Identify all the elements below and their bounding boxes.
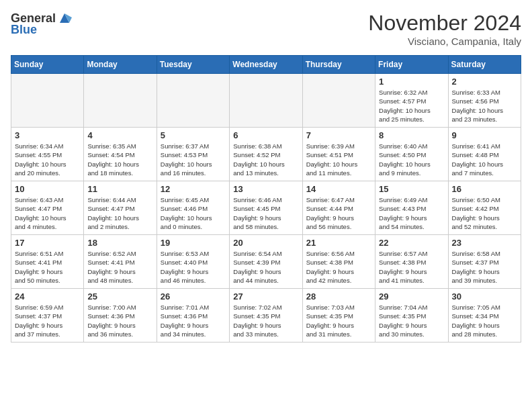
day-info: Sunrise: 6:39 AMSunset: 4:51 PMDaylight:… bbox=[306, 142, 371, 177]
day-number: 11 bbox=[87, 184, 152, 194]
day-number: 26 bbox=[161, 291, 226, 302]
calendar-cell: 3Sunrise: 6:34 AMSunset: 4:55 PMDaylight… bbox=[11, 128, 84, 181]
week-row-5: 24Sunrise: 6:59 AMSunset: 4:37 PMDayligh… bbox=[11, 289, 521, 342]
day-info: Sunrise: 6:47 AMSunset: 4:44 PMDaylight:… bbox=[306, 195, 371, 231]
day-info: Sunrise: 7:00 AMSunset: 4:36 PMDaylight:… bbox=[87, 303, 152, 338]
day-number: 28 bbox=[306, 291, 371, 302]
calendar-cell: 24Sunrise: 6:59 AMSunset: 4:37 PMDayligh… bbox=[11, 289, 84, 342]
day-number: 5 bbox=[161, 130, 226, 140]
day-info: Sunrise: 6:52 AMSunset: 4:41 PMDaylight:… bbox=[87, 249, 152, 285]
day-number: 1 bbox=[379, 77, 444, 87]
calendar-cell: 30Sunrise: 7:05 AMSunset: 4:34 PMDayligh… bbox=[448, 289, 521, 342]
calendar-cell: 23Sunrise: 6:58 AMSunset: 4:37 PMDayligh… bbox=[448, 235, 521, 289]
calendar-cell: 17Sunrise: 6:51 AMSunset: 4:41 PMDayligh… bbox=[11, 235, 84, 289]
title-block: November 2024 Visciano, Campania, Italy bbox=[368, 11, 521, 47]
weekday-header-tuesday: Tuesday bbox=[157, 56, 229, 74]
day-number: 8 bbox=[379, 130, 444, 140]
calendar-cell: 26Sunrise: 7:01 AMSunset: 4:36 PMDayligh… bbox=[157, 289, 229, 342]
day-info: Sunrise: 6:41 AMSunset: 4:48 PMDaylight:… bbox=[452, 142, 517, 177]
day-number: 22 bbox=[379, 238, 444, 248]
day-number: 17 bbox=[15, 238, 80, 248]
calendar-cell: 10Sunrise: 6:43 AMSunset: 4:47 PMDayligh… bbox=[11, 181, 84, 235]
calendar-cell bbox=[230, 74, 302, 128]
calendar-table: SundayMondayTuesdayWednesdayThursdayFrid… bbox=[11, 55, 521, 342]
calendar-cell: 2Sunrise: 6:33 AMSunset: 4:56 PMDaylight… bbox=[448, 74, 521, 128]
calendar-cell: 6Sunrise: 6:38 AMSunset: 4:52 PMDaylight… bbox=[230, 128, 302, 181]
day-info: Sunrise: 6:37 AMSunset: 4:53 PMDaylight:… bbox=[161, 142, 226, 177]
day-number: 23 bbox=[452, 238, 517, 248]
day-number: 9 bbox=[452, 130, 517, 140]
calendar-cell: 15Sunrise: 6:49 AMSunset: 4:43 PMDayligh… bbox=[375, 181, 448, 235]
day-number: 7 bbox=[306, 130, 371, 140]
calendar-cell: 5Sunrise: 6:37 AMSunset: 4:53 PMDaylight… bbox=[157, 128, 229, 181]
weekday-header-monday: Monday bbox=[84, 56, 157, 74]
day-info: Sunrise: 6:58 AMSunset: 4:37 PMDaylight:… bbox=[452, 249, 517, 285]
weekday-header-saturday: Saturday bbox=[448, 56, 521, 74]
calendar-cell: 16Sunrise: 6:50 AMSunset: 4:42 PMDayligh… bbox=[448, 181, 521, 235]
day-info: Sunrise: 6:40 AMSunset: 4:50 PMDaylight:… bbox=[379, 142, 444, 177]
day-number: 15 bbox=[379, 184, 444, 194]
calendar-cell: 7Sunrise: 6:39 AMSunset: 4:51 PMDaylight… bbox=[302, 128, 375, 181]
weekday-header-sunday: Sunday bbox=[11, 56, 84, 74]
calendar-cell: 22Sunrise: 6:57 AMSunset: 4:38 PMDayligh… bbox=[375, 235, 448, 289]
day-info: Sunrise: 6:45 AMSunset: 4:46 PMDaylight:… bbox=[161, 195, 226, 231]
day-info: Sunrise: 6:53 AMSunset: 4:40 PMDaylight:… bbox=[161, 249, 226, 285]
day-info: Sunrise: 7:03 AMSunset: 4:35 PMDaylight:… bbox=[306, 303, 371, 338]
day-info: Sunrise: 7:02 AMSunset: 4:35 PMDaylight:… bbox=[233, 303, 298, 338]
day-number: 30 bbox=[452, 291, 517, 302]
calendar-cell: 12Sunrise: 6:45 AMSunset: 4:46 PMDayligh… bbox=[157, 181, 229, 235]
calendar-cell: 18Sunrise: 6:52 AMSunset: 4:41 PMDayligh… bbox=[84, 235, 157, 289]
day-info: Sunrise: 6:50 AMSunset: 4:42 PMDaylight:… bbox=[452, 195, 517, 231]
calendar-cell: 20Sunrise: 6:54 AMSunset: 4:39 PMDayligh… bbox=[230, 235, 302, 289]
day-info: Sunrise: 6:56 AMSunset: 4:38 PMDaylight:… bbox=[306, 249, 371, 285]
day-number: 16 bbox=[452, 184, 517, 194]
weekday-header-wednesday: Wednesday bbox=[230, 56, 302, 74]
day-number: 25 bbox=[87, 291, 152, 302]
day-info: Sunrise: 6:49 AMSunset: 4:43 PMDaylight:… bbox=[379, 195, 444, 231]
day-info: Sunrise: 6:46 AMSunset: 4:45 PMDaylight:… bbox=[233, 195, 298, 231]
week-row-4: 17Sunrise: 6:51 AMSunset: 4:41 PMDayligh… bbox=[11, 235, 521, 289]
week-row-1: 1Sunrise: 6:32 AMSunset: 4:57 PMDaylight… bbox=[11, 74, 521, 128]
calendar-cell bbox=[84, 74, 157, 128]
day-info: Sunrise: 6:44 AMSunset: 4:47 PMDaylight:… bbox=[87, 195, 152, 231]
day-info: Sunrise: 6:54 AMSunset: 4:39 PMDaylight:… bbox=[233, 249, 298, 285]
day-info: Sunrise: 7:05 AMSunset: 4:34 PMDaylight:… bbox=[452, 303, 517, 338]
calendar-cell: 9Sunrise: 6:41 AMSunset: 4:48 PMDaylight… bbox=[448, 128, 521, 181]
day-number: 4 bbox=[87, 130, 152, 140]
calendar-cell: 1Sunrise: 6:32 AMSunset: 4:57 PMDaylight… bbox=[375, 74, 448, 128]
day-number: 18 bbox=[87, 238, 152, 248]
calendar-cell: 21Sunrise: 6:56 AMSunset: 4:38 PMDayligh… bbox=[302, 235, 375, 289]
month-year: November 2024 bbox=[368, 11, 521, 36]
day-info: Sunrise: 6:59 AMSunset: 4:37 PMDaylight:… bbox=[15, 303, 80, 338]
calendar-cell: 11Sunrise: 6:44 AMSunset: 4:47 PMDayligh… bbox=[84, 181, 157, 235]
calendar-cell: 14Sunrise: 6:47 AMSunset: 4:44 PMDayligh… bbox=[302, 181, 375, 235]
day-info: Sunrise: 6:38 AMSunset: 4:52 PMDaylight:… bbox=[233, 142, 298, 177]
calendar-cell bbox=[11, 74, 84, 128]
week-row-2: 3Sunrise: 6:34 AMSunset: 4:55 PMDaylight… bbox=[11, 128, 521, 181]
day-number: 6 bbox=[233, 130, 298, 140]
day-info: Sunrise: 6:51 AMSunset: 4:41 PMDaylight:… bbox=[15, 249, 80, 285]
calendar-cell: 4Sunrise: 6:35 AMSunset: 4:54 PMDaylight… bbox=[84, 128, 157, 181]
calendar-cell: 29Sunrise: 7:04 AMSunset: 4:35 PMDayligh… bbox=[375, 289, 448, 342]
calendar-cell: 28Sunrise: 7:03 AMSunset: 4:35 PMDayligh… bbox=[302, 289, 375, 342]
weekday-header-thursday: Thursday bbox=[302, 56, 375, 74]
day-number: 2 bbox=[452, 77, 517, 87]
day-info: Sunrise: 6:43 AMSunset: 4:47 PMDaylight:… bbox=[15, 195, 80, 231]
day-info: Sunrise: 6:35 AMSunset: 4:54 PMDaylight:… bbox=[87, 142, 152, 177]
day-number: 19 bbox=[161, 238, 226, 248]
day-number: 21 bbox=[306, 238, 371, 248]
week-row-3: 10Sunrise: 6:43 AMSunset: 4:47 PMDayligh… bbox=[11, 181, 521, 235]
calendar-cell bbox=[157, 74, 229, 128]
logo: General Blue bbox=[11, 11, 72, 37]
calendar-cell: 13Sunrise: 6:46 AMSunset: 4:45 PMDayligh… bbox=[230, 181, 302, 235]
calendar-cell: 8Sunrise: 6:40 AMSunset: 4:50 PMDaylight… bbox=[375, 128, 448, 181]
location: Visciano, Campania, Italy bbox=[368, 36, 521, 47]
weekday-header-friday: Friday bbox=[375, 56, 448, 74]
day-info: Sunrise: 6:33 AMSunset: 4:56 PMDaylight:… bbox=[452, 88, 517, 124]
day-number: 14 bbox=[306, 184, 371, 194]
day-info: Sunrise: 6:57 AMSunset: 4:38 PMDaylight:… bbox=[379, 249, 444, 285]
page-header: General Blue November 2024 Visciano, Cam… bbox=[11, 11, 521, 47]
logo-blue: Blue bbox=[11, 23, 37, 37]
day-info: Sunrise: 6:32 AMSunset: 4:57 PMDaylight:… bbox=[379, 88, 444, 124]
weekday-header-row: SundayMondayTuesdayWednesdayThursdayFrid… bbox=[11, 56, 521, 74]
